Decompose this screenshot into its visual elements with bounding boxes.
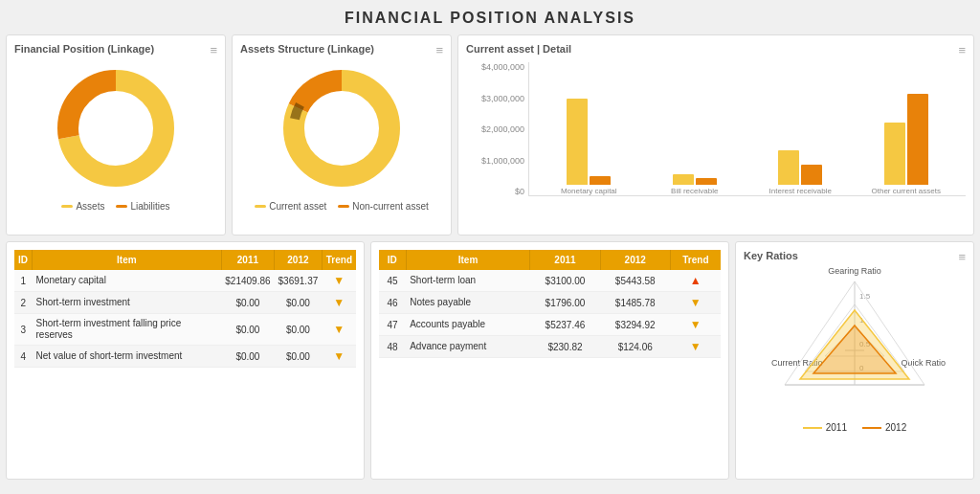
radar-area: Gearing Ratio Quick Ratio Current Ratio … [744,265,966,418]
donut-svg-1 [54,66,178,191]
bar-other-2011 [884,123,905,185]
current-label: Current asset [269,201,326,212]
right-table-header-row: ID Item 2011 2012 Trend [379,250,721,270]
row1-2011: $21409.86 [221,270,274,292]
assets-dot [61,205,73,208]
row46-trend: ▼ [670,292,721,314]
bar-group-bill: Bill receivable [643,174,747,195]
current-dot [255,205,266,208]
table-row: 45 Short-term loan $3100.00 $5443.58 ▲ [379,270,721,292]
ratio-2012-line [862,427,881,429]
table-row: 4 Net value of short-term investment $0.… [14,346,356,368]
row2-2012: $0.00 [275,292,323,314]
row47-item: Accounts payable [406,314,530,336]
ratio-legend: 2011 2012 [744,422,966,433]
row3-trend: ▼ [322,314,356,346]
table-row: 48 Advance payment $230.82 $124.06 ▼ [379,336,721,358]
financial-position-card: Financial Position (Linkage) ≡ Assets [6,34,226,236]
row1-2012: $3691.37 [275,270,323,292]
y-axis: $4,000,000 $3,000,000 $2,000,000 $1,000,… [466,62,528,196]
bar-chart-area: $4,000,000 $3,000,000 $2,000,000 $1,000,… [466,58,966,207]
row48-id: 48 [379,336,406,358]
trend-down-icon: ▼ [333,296,345,309]
row47-2012: $3294.92 [600,314,670,336]
table-row: 2 Short-term investment $0.00 $0.00 ▼ [14,292,356,314]
row48-item: Advance payment [406,336,530,358]
left-col-trend: Trend [322,250,356,270]
row47-id: 47 [379,314,406,336]
bar-group-monetary: Monetary capital [537,99,641,195]
legend-noncurrent: Non-current asset [338,201,428,212]
row3-2011: $0.00 [221,314,274,346]
trend-up-icon: ▲ [690,274,702,287]
ratio-legend-2011: 2011 [803,422,847,433]
bar-group-bars-bill [643,174,747,185]
row3-id: 3 [14,314,33,346]
bar-monetary-2011 [567,99,588,185]
bar-interest-2012 [801,165,822,185]
trend-down-icon: ▼ [333,274,345,287]
assets-structure-legend: Current asset Non-current asset [240,197,443,212]
bar-group-interest: Interest receivable [748,150,853,195]
current-asset-title: Current asset | Detail [466,43,966,55]
row2-2011: $0.00 [221,292,274,314]
bottom-row: ID Item 2011 2012 Trend 1 Monetary capit… [0,236,980,480]
bar-interest-2011 [778,150,799,185]
assets-structure-menu-icon[interactable]: ≡ [435,43,443,57]
row48-2011: $230.82 [530,336,600,358]
bar-label-bill: Bill receivable [671,187,718,195]
row1-id: 1 [14,270,33,292]
svg-point-2 [79,92,152,165]
right-table-body: 45 Short-term loan $3100.00 $5443.58 ▲ 4… [379,270,721,358]
row4-2011: $0.00 [221,346,274,368]
row4-trend: ▼ [322,346,356,368]
left-col-2012: 2012 [275,250,323,270]
current-asset-detail-card: Current asset | Detail ≡ $4,000,000 $3,0… [457,34,974,236]
right-table: ID Item 2011 2012 Trend 45 Short-term lo… [379,250,721,358]
radar-label-gearing: Gearing Ratio [828,266,881,276]
page-title: FINANCIAL POSITION ANALYSIS [0,0,980,34]
row46-2012: $1485.78 [600,292,670,314]
assets-structure-title: Assets Structure (Linkage) [240,43,443,55]
row46-2011: $1796.00 [530,292,600,314]
bar-axes: $4,000,000 $3,000,000 $2,000,000 $1,000,… [466,62,966,196]
noncurrent-label: Non-current asset [352,201,428,212]
trend-down-icon: ▼ [333,323,345,336]
bar-label-other: Other current assets [872,187,941,195]
row1-trend: ▼ [322,270,356,292]
row45-id: 45 [379,270,406,292]
left-table-header-row: ID Item 2011 2012 Trend [14,250,356,270]
bar-group-other: Other current assets [855,94,959,195]
right-col-2011: 2011 [530,250,600,270]
right-table-card: ID Item 2011 2012 Trend 45 Short-term lo… [370,241,729,480]
left-table-card: ID Item 2011 2012 Trend 1 Monetary capit… [6,241,365,480]
row45-item: Short-term loan [406,270,530,292]
right-col-trend: Trend [670,250,721,270]
right-col-item: Item [406,250,530,270]
key-ratios-menu-icon[interactable]: ≡ [958,250,966,264]
row46-id: 46 [379,292,406,314]
row48-trend: ▼ [670,336,721,358]
financial-position-menu-icon[interactable]: ≡ [210,43,217,57]
current-asset-menu-icon[interactable]: ≡ [958,43,966,57]
legend-current: Current asset [255,201,326,212]
key-ratios-card: Key Ratios ≡ Gearing Ratio Quick Ratio C… [735,241,974,480]
row48-2012: $124.06 [600,336,670,358]
trend-down-icon: ▼ [690,296,702,309]
row45-2011: $3100.00 [530,270,600,292]
row3-2012: $0.00 [275,314,323,346]
bar-bill-2011 [673,174,694,185]
row47-2011: $5237.46 [530,314,600,336]
trend-down-icon: ▼ [690,318,702,331]
row4-item: Net value of short-term investment [33,346,222,368]
y-label-3m: $3,000,000 [481,94,524,103]
financial-position-legend: Assets Liabilities [14,197,217,212]
legend-assets: Assets [61,201,104,212]
row45-trend: ▲ [670,270,721,292]
financial-position-donut [14,58,217,197]
ratio-2011-label: 2011 [826,422,847,433]
noncurrent-dot [338,205,349,208]
y-label-2m: $2,000,000 [481,124,524,134]
row4-2012: $0.00 [275,346,323,368]
bar-label-monetary: Monetary capital [561,187,617,195]
